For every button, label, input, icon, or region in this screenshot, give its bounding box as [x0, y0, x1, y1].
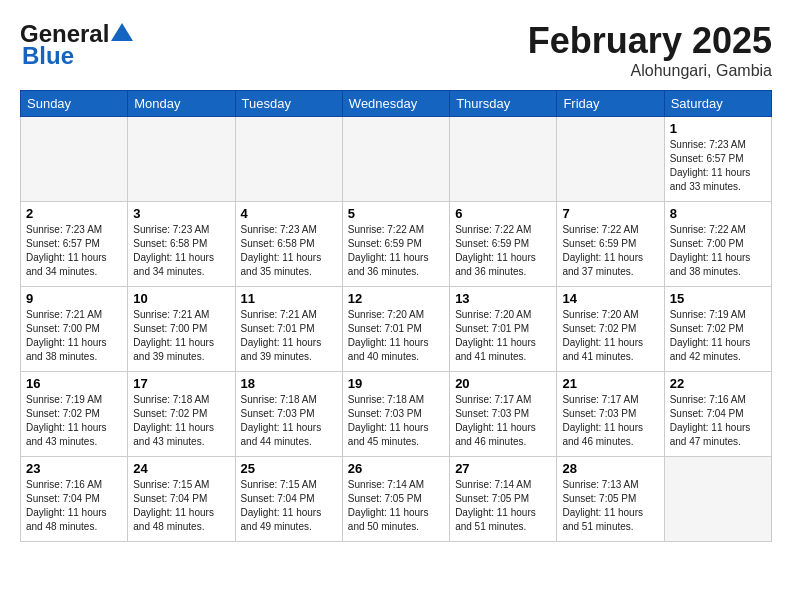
- day-number: 20: [455, 376, 551, 391]
- day-info: Sunrise: 7:23 AM Sunset: 6:57 PM Dayligh…: [670, 138, 766, 194]
- day-number: 25: [241, 461, 337, 476]
- calendar-cell: 5Sunrise: 7:22 AM Sunset: 6:59 PM Daylig…: [342, 202, 449, 287]
- day-info: Sunrise: 7:22 AM Sunset: 6:59 PM Dayligh…: [455, 223, 551, 279]
- title-block: February 2025 Alohungari, Gambia: [528, 20, 772, 80]
- day-number: 5: [348, 206, 444, 221]
- day-info: Sunrise: 7:14 AM Sunset: 7:05 PM Dayligh…: [348, 478, 444, 534]
- day-info: Sunrise: 7:18 AM Sunset: 7:03 PM Dayligh…: [241, 393, 337, 449]
- weekday-header-saturday: Saturday: [664, 91, 771, 117]
- calendar-cell: 18Sunrise: 7:18 AM Sunset: 7:03 PM Dayli…: [235, 372, 342, 457]
- calendar-cell: 10Sunrise: 7:21 AM Sunset: 7:00 PM Dayli…: [128, 287, 235, 372]
- day-info: Sunrise: 7:17 AM Sunset: 7:03 PM Dayligh…: [562, 393, 658, 449]
- day-number: 15: [670, 291, 766, 306]
- week-row-4: 16Sunrise: 7:19 AM Sunset: 7:02 PM Dayli…: [21, 372, 772, 457]
- weekday-header-sunday: Sunday: [21, 91, 128, 117]
- weekday-header-friday: Friday: [557, 91, 664, 117]
- calendar-cell: [21, 117, 128, 202]
- calendar-cell: 2Sunrise: 7:23 AM Sunset: 6:57 PM Daylig…: [21, 202, 128, 287]
- calendar-cell: 13Sunrise: 7:20 AM Sunset: 7:01 PM Dayli…: [450, 287, 557, 372]
- day-info: Sunrise: 7:16 AM Sunset: 7:04 PM Dayligh…: [26, 478, 122, 534]
- day-number: 7: [562, 206, 658, 221]
- weekday-header-tuesday: Tuesday: [235, 91, 342, 117]
- day-number: 24: [133, 461, 229, 476]
- calendar-cell: [664, 457, 771, 542]
- day-info: Sunrise: 7:21 AM Sunset: 7:00 PM Dayligh…: [133, 308, 229, 364]
- calendar-cell: 6Sunrise: 7:22 AM Sunset: 6:59 PM Daylig…: [450, 202, 557, 287]
- day-number: 26: [348, 461, 444, 476]
- week-row-5: 23Sunrise: 7:16 AM Sunset: 7:04 PM Dayli…: [21, 457, 772, 542]
- weekday-header-wednesday: Wednesday: [342, 91, 449, 117]
- day-info: Sunrise: 7:20 AM Sunset: 7:02 PM Dayligh…: [562, 308, 658, 364]
- day-info: Sunrise: 7:16 AM Sunset: 7:04 PM Dayligh…: [670, 393, 766, 449]
- day-number: 9: [26, 291, 122, 306]
- calendar-cell: 4Sunrise: 7:23 AM Sunset: 6:58 PM Daylig…: [235, 202, 342, 287]
- calendar-cell: 20Sunrise: 7:17 AM Sunset: 7:03 PM Dayli…: [450, 372, 557, 457]
- calendar-cell: 1Sunrise: 7:23 AM Sunset: 6:57 PM Daylig…: [664, 117, 771, 202]
- calendar-cell: 15Sunrise: 7:19 AM Sunset: 7:02 PM Dayli…: [664, 287, 771, 372]
- day-number: 1: [670, 121, 766, 136]
- day-info: Sunrise: 7:21 AM Sunset: 7:01 PM Dayligh…: [241, 308, 337, 364]
- day-info: Sunrise: 7:23 AM Sunset: 6:58 PM Dayligh…: [133, 223, 229, 279]
- day-number: 21: [562, 376, 658, 391]
- day-info: Sunrise: 7:21 AM Sunset: 7:00 PM Dayligh…: [26, 308, 122, 364]
- weekday-header-row: SundayMondayTuesdayWednesdayThursdayFrid…: [21, 91, 772, 117]
- day-info: Sunrise: 7:18 AM Sunset: 7:02 PM Dayligh…: [133, 393, 229, 449]
- calendar-cell: 11Sunrise: 7:21 AM Sunset: 7:01 PM Dayli…: [235, 287, 342, 372]
- day-number: 6: [455, 206, 551, 221]
- calendar-cell: 24Sunrise: 7:15 AM Sunset: 7:04 PM Dayli…: [128, 457, 235, 542]
- day-info: Sunrise: 7:23 AM Sunset: 6:57 PM Dayligh…: [26, 223, 122, 279]
- calendar-cell: [450, 117, 557, 202]
- calendar-table: SundayMondayTuesdayWednesdayThursdayFrid…: [20, 90, 772, 542]
- week-row-3: 9Sunrise: 7:21 AM Sunset: 7:00 PM Daylig…: [21, 287, 772, 372]
- day-number: 18: [241, 376, 337, 391]
- calendar-cell: 23Sunrise: 7:16 AM Sunset: 7:04 PM Dayli…: [21, 457, 128, 542]
- location: Alohungari, Gambia: [528, 62, 772, 80]
- day-info: Sunrise: 7:13 AM Sunset: 7:05 PM Dayligh…: [562, 478, 658, 534]
- logo-blue: Blue: [22, 42, 74, 70]
- svg-marker-0: [111, 23, 133, 41]
- day-info: Sunrise: 7:23 AM Sunset: 6:58 PM Dayligh…: [241, 223, 337, 279]
- calendar-cell: 14Sunrise: 7:20 AM Sunset: 7:02 PM Dayli…: [557, 287, 664, 372]
- day-number: 28: [562, 461, 658, 476]
- day-info: Sunrise: 7:18 AM Sunset: 7:03 PM Dayligh…: [348, 393, 444, 449]
- day-number: 8: [670, 206, 766, 221]
- calendar-cell: 16Sunrise: 7:19 AM Sunset: 7:02 PM Dayli…: [21, 372, 128, 457]
- day-info: Sunrise: 7:20 AM Sunset: 7:01 PM Dayligh…: [348, 308, 444, 364]
- weekday-header-thursday: Thursday: [450, 91, 557, 117]
- calendar-cell: 25Sunrise: 7:15 AM Sunset: 7:04 PM Dayli…: [235, 457, 342, 542]
- calendar-cell: 17Sunrise: 7:18 AM Sunset: 7:02 PM Dayli…: [128, 372, 235, 457]
- calendar-cell: 9Sunrise: 7:21 AM Sunset: 7:00 PM Daylig…: [21, 287, 128, 372]
- calendar-cell: [342, 117, 449, 202]
- week-row-1: 1Sunrise: 7:23 AM Sunset: 6:57 PM Daylig…: [21, 117, 772, 202]
- calendar-cell: [128, 117, 235, 202]
- week-row-2: 2Sunrise: 7:23 AM Sunset: 6:57 PM Daylig…: [21, 202, 772, 287]
- calendar-cell: 26Sunrise: 7:14 AM Sunset: 7:05 PM Dayli…: [342, 457, 449, 542]
- day-info: Sunrise: 7:14 AM Sunset: 7:05 PM Dayligh…: [455, 478, 551, 534]
- calendar-cell: [557, 117, 664, 202]
- calendar-cell: 28Sunrise: 7:13 AM Sunset: 7:05 PM Dayli…: [557, 457, 664, 542]
- day-number: 3: [133, 206, 229, 221]
- day-number: 12: [348, 291, 444, 306]
- page-header: General Blue February 2025 Alohungari, G…: [20, 20, 772, 80]
- day-info: Sunrise: 7:19 AM Sunset: 7:02 PM Dayligh…: [670, 308, 766, 364]
- day-info: Sunrise: 7:22 AM Sunset: 6:59 PM Dayligh…: [348, 223, 444, 279]
- day-number: 19: [348, 376, 444, 391]
- day-number: 13: [455, 291, 551, 306]
- day-info: Sunrise: 7:22 AM Sunset: 6:59 PM Dayligh…: [562, 223, 658, 279]
- calendar-cell: 12Sunrise: 7:20 AM Sunset: 7:01 PM Dayli…: [342, 287, 449, 372]
- weekday-header-monday: Monday: [128, 91, 235, 117]
- day-info: Sunrise: 7:15 AM Sunset: 7:04 PM Dayligh…: [241, 478, 337, 534]
- day-number: 17: [133, 376, 229, 391]
- calendar-cell: 27Sunrise: 7:14 AM Sunset: 7:05 PM Dayli…: [450, 457, 557, 542]
- day-info: Sunrise: 7:22 AM Sunset: 7:00 PM Dayligh…: [670, 223, 766, 279]
- day-number: 14: [562, 291, 658, 306]
- calendar-cell: 3Sunrise: 7:23 AM Sunset: 6:58 PM Daylig…: [128, 202, 235, 287]
- calendar-cell: [235, 117, 342, 202]
- day-number: 27: [455, 461, 551, 476]
- logo: General Blue: [20, 20, 133, 70]
- day-info: Sunrise: 7:19 AM Sunset: 7:02 PM Dayligh…: [26, 393, 122, 449]
- day-number: 23: [26, 461, 122, 476]
- month-title: February 2025: [528, 20, 772, 62]
- day-number: 2: [26, 206, 122, 221]
- day-number: 4: [241, 206, 337, 221]
